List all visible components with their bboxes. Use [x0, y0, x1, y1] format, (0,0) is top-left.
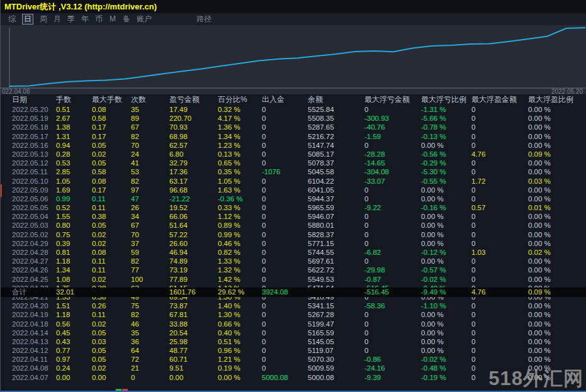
cell-max_float_loss: 0 — [364, 212, 421, 221]
cell-max_float_loss: 0 — [364, 141, 421, 150]
table-row[interactable]: 2022.04.280.810.085946.940.82 %05744.55-… — [1, 248, 586, 257]
cell-max_float_loss: 0 — [364, 230, 421, 239]
menu-item-6[interactable]: 币 — [95, 13, 103, 25]
cell-date: 2022.04.25 — [1, 275, 56, 284]
table-row[interactable]: 2022.05.112.850.585317.360.35 %-10765045… — [1, 167, 586, 176]
menu-item-8[interactable]: 备 — [123, 13, 130, 25]
cell-date: 2022.04.12 — [1, 346, 56, 355]
cell-balance: 5622.72 — [308, 266, 364, 274]
cell-date: 2022.05.05 — [1, 203, 56, 212]
cell-max_float_profit: 0 — [471, 346, 528, 355]
cell-balance: 5771.15 — [308, 239, 364, 248]
cell-count: 67 — [131, 123, 169, 132]
table-row[interactable]: 2022.05.160.940.057062.571.23 %05147.740… — [1, 141, 586, 150]
header-max_float_profit: 最大浮盈金额 — [471, 94, 528, 105]
cell-balance: 5744.55 — [308, 248, 364, 257]
cell-date: 2022.04.20 — [1, 301, 56, 310]
table-row[interactable]: 2022.05.041.550.383466.061.12 %05946.070… — [1, 212, 586, 221]
menu-item-0[interactable]: 综 — [8, 13, 16, 25]
cell-pct: -0.36 % — [218, 194, 262, 203]
cell-count: 82 — [131, 257, 169, 266]
cell-max_lots: 0.11 — [92, 266, 131, 274]
cell-lots: 0.52 — [56, 203, 92, 212]
table-row[interactable]: 2022.04.110.970.057260.711.21 %05070.30-… — [1, 355, 586, 364]
menu-item-path[interactable]: 路径 — [196, 13, 211, 25]
cell-pct: 1.05 % — [218, 177, 262, 186]
cell-max_float_loss_pct: -0.29 % — [421, 159, 471, 167]
menu-item-9[interactable]: 账户 — [137, 13, 152, 25]
cell-balance: 5119.07 — [308, 346, 364, 355]
cell-pct: 29.62 % — [218, 288, 262, 297]
cell-pl: 62.57 — [169, 141, 218, 150]
cell-count: 35 — [131, 328, 169, 337]
table-row[interactable]: 2022.05.050.520.112619.520.33 %05965.59-… — [1, 203, 586, 212]
cell-max_float_profit: 0 — [471, 301, 528, 310]
cell-max_lots: 0.00 — [92, 373, 131, 382]
table-row[interactable]: 2022.05.101.050.088263.171.05 %06104.22-… — [1, 177, 586, 186]
table-row[interactable]: 2022.04.070.000.0000.000.00 %5000.085000… — [1, 373, 586, 382]
table-row[interactable]: 2022.04.191.180.118267.811.30 %05267.280… — [1, 310, 586, 319]
total-row[interactable]: 合计32.011601.7629.62 %3924.08-516.45-9.49… — [1, 288, 586, 297]
cell-max_float_loss: 0 — [364, 337, 421, 346]
menu-item-7[interactable]: M — [109, 13, 116, 25]
table-row[interactable]: 2022.04.261.340.117773.191.32 %05622.72-… — [1, 266, 586, 274]
table-row[interactable]: 2022.05.192.670.5889220.704.17 %05508.35… — [1, 114, 586, 123]
cell-pl: 48.77 — [169, 346, 218, 355]
left-edge-red-tick — [1, 184, 2, 197]
table-row[interactable]: 2022.05.091.690.179796.681.63 %06041.050… — [1, 186, 586, 194]
cell-max_float_loss_pct: -0.02 % — [421, 355, 471, 364]
cell-lots: 0.94 — [56, 141, 92, 150]
table-row[interactable]: 2022.05.020.750.027057.220.99 %05828.370… — [1, 230, 586, 239]
table-row[interactable]: 2022.05.130.280.02246.800.13 %05085.17-2… — [1, 150, 586, 159]
cell-balance: 5944.37 — [308, 194, 364, 203]
cell-max_float_loss_pct: 0.00 % — [421, 186, 471, 194]
menu-item-3[interactable]: 月 — [54, 13, 61, 25]
cell-max_lots: 0.58 — [92, 114, 131, 123]
cell-lots: 0.75 — [56, 230, 92, 239]
table-row[interactable]: 2022.05.120.530.054132.790.65 %05078.37-… — [1, 159, 586, 167]
cell-max_lots: 0.03 — [92, 337, 131, 346]
cell-balance: 5341.15 — [308, 301, 364, 310]
table-row[interactable]: 2022.04.271.180.118274.891.33 %05697.610… — [1, 257, 586, 266]
cell-cash: 0 — [262, 230, 308, 239]
table-row[interactable]: 2022.04.130.430.033625.980.51 %05145.050… — [1, 337, 586, 346]
cell-cash: 0 — [262, 257, 308, 266]
cell-balance — [308, 288, 364, 297]
menu-item-1[interactable]: 日 — [22, 14, 33, 25]
cell-count: 82 — [131, 132, 169, 141]
table-row[interactable]: 2022.05.171.310.178268.981.34 %05216.72-… — [1, 132, 586, 141]
cell-pct: 1.63 % — [218, 186, 262, 194]
menu-item-5[interactable]: 年 — [81, 13, 89, 25]
cell-date: 2022.04.19 — [1, 310, 56, 319]
table-row[interactable]: 2022.04.251.080.0210077.891.42 %05549.53… — [1, 275, 586, 284]
table-row[interactable]: 2022.04.080.240.02219.510.19 %05009.59-2… — [1, 364, 586, 372]
menu-item-2[interactable]: 周 — [40, 13, 47, 25]
cell-lots: 1.55 — [56, 212, 92, 221]
cell-date: 2022.04.28 — [1, 248, 56, 257]
menu-item-4[interactable]: 季 — [67, 13, 75, 25]
cell-max_float_profit: 0 — [471, 373, 528, 382]
cell-lots: 1.69 — [56, 186, 92, 194]
table-row[interactable]: 2022.04.140.450.053520.540.40 %05165.590… — [1, 328, 586, 337]
cell-max_float_loss: -6.82 — [364, 248, 421, 257]
table-row[interactable]: 2022.05.181.380.176770.931.36 %05287.65-… — [1, 123, 586, 132]
cell-pl: 19.52 — [169, 203, 218, 212]
cell-balance: 5147.74 — [308, 141, 364, 150]
cell-max_float_loss: 0 — [364, 105, 421, 114]
cell-max_float_loss: -40.76 — [364, 123, 421, 132]
cell-max_float_profit: 0 — [471, 310, 528, 319]
cell-pct: 0.33 % — [218, 203, 262, 212]
cell-balance: 5216.72 — [308, 132, 364, 141]
table-row[interactable]: 2022.05.060.990.1147-21.22-0.36 %05944.3… — [1, 194, 586, 203]
table-row[interactable]: 2022.04.201.510.267573.871.40 %05341.15-… — [1, 301, 586, 310]
cell-date: 2022.05.13 — [1, 150, 56, 159]
table-row[interactable]: 2022.04.290.390.023726.600.46 %05771.150… — [1, 239, 586, 248]
cell-max_float_loss_pct: -1.10 % — [421, 301, 471, 310]
table-row[interactable]: 2022.05.200.510.083517.490.32 %05525.840… — [1, 105, 586, 114]
cell-max_float_loss_pct: -5.66 % — [421, 114, 471, 123]
table-row[interactable]: 2022.04.120.770.056448.770.96 %05119.070… — [1, 346, 586, 355]
table-row[interactable]: 2022.04.180.560.024633.880.66 %05199.470… — [1, 320, 586, 328]
cell-max_float_profit_pct: 0.00 % — [528, 320, 586, 328]
cell-pct: 1.21 % — [218, 355, 262, 364]
table-row[interactable]: 2022.05.030.800.056751.640.89 %05880.010… — [1, 221, 586, 230]
